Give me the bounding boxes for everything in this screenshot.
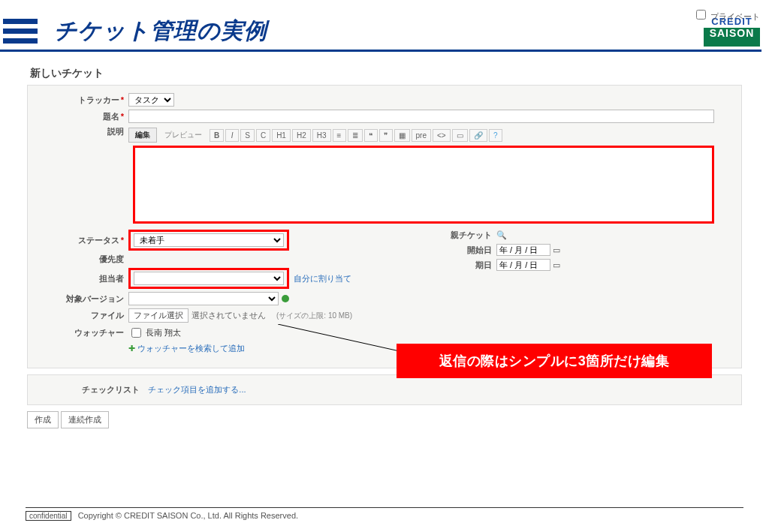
checklist-label: チェックリスト — [82, 385, 140, 394]
description-label: 説明 — [38, 126, 128, 137]
private-checkbox[interactable] — [696, 10, 706, 20]
watcher-search-link[interactable]: ウォッチャーを検索して追加 — [137, 343, 245, 354]
tracker-label: トラッカー — [78, 95, 119, 104]
file-size-note: (サイズの上限: 10 MB) — [276, 311, 352, 321]
link-icon[interactable]: 🔗 — [469, 129, 487, 142]
annotation-callout: 返信の際はシンプルに3箇所だけ編集 — [397, 344, 712, 378]
calendar-icon[interactable]: ▭ — [553, 245, 560, 255]
strike-icon[interactable]: S — [240, 129, 255, 142]
plus-icon: ✚ — [128, 344, 135, 353]
ul-icon[interactable]: ≡ — [333, 129, 346, 142]
help-icon[interactable]: ? — [489, 129, 502, 142]
file-label: ファイル — [38, 310, 128, 321]
code2-icon[interactable]: <> — [433, 129, 451, 142]
h3-icon[interactable]: H3 — [312, 129, 331, 142]
watcher-name: 長南 翔太 — [146, 327, 181, 338]
page-title: チケット管理の実例 — [54, 16, 267, 47]
due-date-label: 期日 — [436, 260, 496, 271]
calendar-icon[interactable]: ▭ — [553, 260, 560, 270]
start-date-input[interactable] — [496, 244, 550, 256]
private-label: プライベート — [710, 12, 760, 21]
table-icon[interactable]: ▦ — [394, 129, 410, 142]
tracker-select[interactable]: タスク — [128, 93, 174, 107]
form-title: 新しいチケット — [30, 67, 739, 80]
quote-icon[interactable]: ❝ — [364, 129, 378, 142]
ol-icon[interactable]: ≣ — [348, 129, 363, 142]
version-label: 対象バージョン — [38, 293, 128, 305]
due-date-input[interactable] — [496, 259, 550, 271]
tab-preview[interactable]: プレビュー — [158, 128, 208, 142]
copyright-text: Copyright © CREDIT SAISON Co., Ltd. All … — [78, 511, 298, 520]
h1-icon[interactable]: H1 — [272, 129, 291, 142]
editor-toolbar: 編集 プレビュー B I S C H1 H2 H3 ≡ ≣ ❝ ❞ ▦ pre … — [128, 128, 502, 143]
page-header: チケット管理の実例 CREDIT SAISON — [0, 0, 761, 52]
unquote-icon[interactable]: ❞ — [379, 129, 393, 142]
file-none-text: 選択されていません — [191, 310, 266, 321]
confidential-badge: confidential — [26, 511, 71, 521]
assignee-label: 担当者 — [38, 273, 128, 284]
add-version-icon[interactable] — [282, 295, 289, 302]
italic-icon[interactable]: I — [225, 129, 239, 142]
priority-label: 優先度 — [38, 254, 128, 265]
assign-self-link[interactable]: 自分に割り当て — [294, 273, 351, 284]
search-icon[interactable]: 🔍 — [496, 230, 507, 240]
description-textarea[interactable] — [133, 146, 714, 224]
subject-label: 題名 — [103, 112, 119, 121]
create-button[interactable]: 作成 — [27, 411, 59, 428]
code-icon[interactable]: C — [256, 129, 270, 142]
status-label: ステータス — [78, 236, 119, 245]
h2-icon[interactable]: H2 — [292, 129, 311, 142]
ticket-form-panel: プライベート トラッカー* タスク 題名* 説明 編集 プレビュー B I S … — [27, 85, 742, 368]
tab-edit[interactable]: 編集 — [128, 128, 157, 143]
bold-icon[interactable]: B — [210, 129, 224, 142]
version-select[interactable] — [128, 292, 279, 305]
assignee-select[interactable] — [134, 272, 284, 285]
menu-icon[interactable] — [3, 19, 38, 44]
page-footer: confidential Copyright © CREDIT SAISON C… — [26, 507, 743, 520]
file-select-button[interactable]: ファイル選択 — [128, 308, 188, 323]
create-continue-button[interactable]: 連続作成 — [61, 411, 109, 428]
start-date-label: 開始日 — [436, 245, 496, 256]
parent-label: 親チケット — [436, 230, 496, 241]
watcher-label: ウォッチャー — [38, 327, 128, 338]
checklist-panel: チェックリスト チェック項目を追加する... — [27, 374, 742, 405]
image-icon[interactable]: ▭ — [452, 129, 468, 142]
pre-icon[interactable]: pre — [412, 129, 431, 142]
subject-input[interactable] — [128, 110, 714, 123]
checklist-add-link[interactable]: チェック項目を追加する... — [148, 385, 246, 394]
status-select[interactable]: 未着手 — [134, 233, 284, 247]
watcher-checkbox[interactable] — [131, 328, 141, 338]
